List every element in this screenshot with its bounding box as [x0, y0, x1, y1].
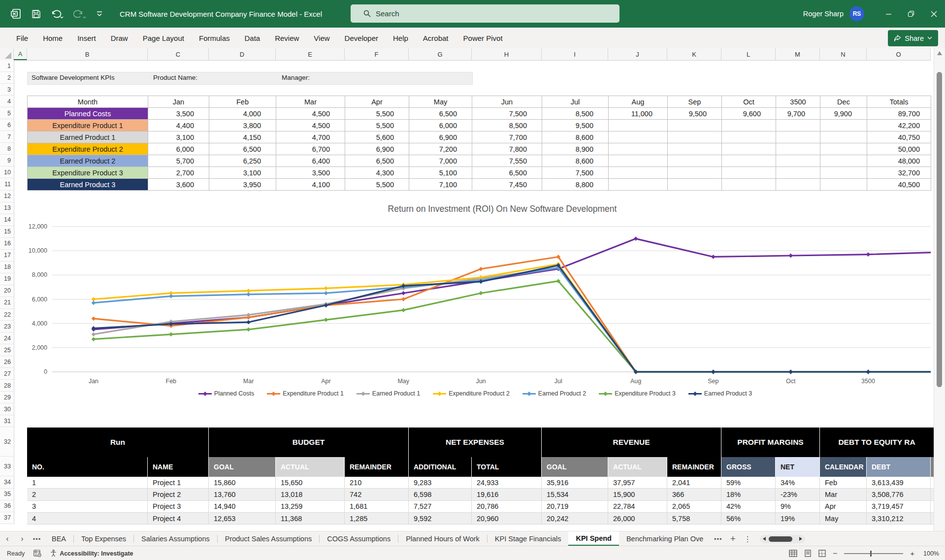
- legend-item[interactable]: Expenditure Product 2: [433, 390, 510, 397]
- kpi-value-cell[interactable]: 6,000: [148, 143, 209, 155]
- group-header-budget[interactable]: BUDGET: [209, 428, 409, 457]
- column-header-A[interactable]: A: [14, 48, 27, 60]
- row-header-23[interactable]: 23: [0, 321, 14, 332]
- column-header-O[interactable]: O: [867, 48, 931, 60]
- column-header-remainder[interactable]: REMAINDER: [667, 457, 721, 477]
- ribbon-tab-help[interactable]: Help: [387, 28, 415, 48]
- row-header-5[interactable]: 5: [0, 107, 14, 119]
- column-header-D[interactable]: D: [209, 48, 276, 60]
- ribbon-tab-acrobat[interactable]: Acrobat: [417, 28, 455, 48]
- project-cell[interactable]: 19%: [776, 513, 820, 525]
- row-header-9[interactable]: 9: [0, 155, 14, 166]
- project-cell[interactable]: 3,508,776: [867, 489, 931, 500]
- kpi-value-cell[interactable]: 7,000: [409, 155, 472, 167]
- project-cell[interactable]: 3,719,457: [867, 501, 931, 513]
- row-header-6[interactable]: 6: [0, 119, 14, 131]
- kpi-value-cell[interactable]: 6,400: [276, 155, 345, 167]
- column-header-G[interactable]: G: [409, 48, 472, 60]
- project-cell[interactable]: 7,527: [409, 501, 472, 513]
- row-header-3[interactable]: 3: [0, 84, 14, 96]
- row-header-22[interactable]: 22: [0, 309, 14, 321]
- horizontal-scrollbar[interactable]: [760, 535, 805, 543]
- kpi-value-cell[interactable]: [722, 120, 776, 132]
- ribbon-tab-data[interactable]: Data: [238, 28, 266, 48]
- row-header-21[interactable]: 21: [0, 297, 14, 309]
- row-header-24[interactable]: 24: [0, 332, 14, 344]
- search-box[interactable]: Search: [351, 4, 619, 23]
- row-header-10[interactable]: 10: [0, 166, 14, 178]
- legend-item[interactable]: Planned Costs: [198, 390, 254, 397]
- group-header-profit-margins[interactable]: PROFIT MARGINS: [721, 428, 820, 457]
- roi-line-chart[interactable]: 02,0004,0006,0008,00010,00012,000Return …: [20, 167, 931, 389]
- row-header-33[interactable]: 33: [0, 457, 14, 476]
- project-cell[interactable]: 1: [27, 477, 148, 489]
- row-header-11[interactable]: 11: [0, 178, 14, 190]
- kpi-value-cell[interactable]: 5,500: [345, 108, 409, 120]
- row-header-2[interactable]: 2: [0, 72, 14, 84]
- sheet-tab-product-sales-assumptions[interactable]: Product Sales Assumptions: [218, 531, 320, 546]
- row-header-20[interactable]: 20: [0, 285, 14, 297]
- kpi-value-cell[interactable]: [722, 155, 776, 167]
- kpi-value-cell[interactable]: 7,800: [472, 143, 542, 155]
- zoom-level[interactable]: 100%: [921, 550, 939, 557]
- kpi-header-band[interactable]: Software Development KPIs Product Name: …: [27, 72, 473, 85]
- project-cell[interactable]: 366: [667, 489, 721, 500]
- sheet-tab-kpi-spend[interactable]: KPI Spend: [568, 531, 619, 546]
- row-header-15[interactable]: 15: [0, 226, 14, 238]
- project-cell[interactable]: 26,000: [608, 513, 667, 525]
- kpi-header-cell[interactable]: 3500: [776, 96, 820, 108]
- legend-item[interactable]: Earned Product 2: [522, 390, 586, 397]
- kpi-value-cell[interactable]: 9,900: [820, 108, 867, 120]
- ribbon-tab-insert[interactable]: Insert: [71, 28, 102, 48]
- project-cell[interactable]: Apr: [820, 501, 867, 513]
- kpi-value-cell[interactable]: 6,700: [276, 143, 345, 155]
- row-header-37[interactable]: 37: [0, 512, 14, 524]
- kpi-value-cell[interactable]: 6,250: [209, 155, 276, 167]
- group-header-net-expenses[interactable]: NET EXPENSES: [409, 428, 542, 457]
- project-cell[interactable]: 20,960: [472, 513, 542, 525]
- kpi-value-cell[interactable]: 9,500: [668, 108, 722, 120]
- sheet-tab-planned-hours-of-work[interactable]: Planned Hours of Work: [398, 531, 487, 546]
- kpi-value-cell[interactable]: [668, 132, 722, 143]
- kpi-value-cell[interactable]: 5,700: [148, 155, 209, 167]
- sheet-tab-cogs-assumptions[interactable]: COGS Assumptions: [320, 531, 398, 546]
- page-break-view-icon[interactable]: [818, 550, 826, 557]
- kpi-header-cell[interactable]: Feb: [209, 96, 276, 108]
- kpi-value-cell[interactable]: [820, 143, 867, 155]
- project-cell[interactable]: Feb: [820, 477, 867, 489]
- kpi-value-cell[interactable]: [609, 120, 668, 132]
- kpi-value-cell[interactable]: 11,000: [609, 108, 668, 120]
- row-header-34[interactable]: 34: [0, 476, 14, 488]
- save-icon[interactable]: [32, 9, 41, 19]
- accessibility-status[interactable]: Accessibility: Investigate: [50, 550, 133, 557]
- account-name[interactable]: Roger Sharp: [803, 10, 844, 18]
- kpi-value-cell[interactable]: 9,500: [542, 120, 609, 132]
- project-cell[interactable]: 13,259: [276, 501, 345, 513]
- project-cell[interactable]: Project 1: [148, 477, 209, 489]
- legend-item[interactable]: Expenditure Product 1: [267, 390, 344, 397]
- kpi-value-cell[interactable]: 7,550: [472, 155, 542, 167]
- legend-item[interactable]: Earned Product 1: [357, 390, 420, 397]
- more-sheets-icon[interactable]: •••: [711, 531, 725, 546]
- project-cell[interactable]: 3: [27, 501, 148, 513]
- kpi-row-label[interactable]: Earned Product 1: [28, 132, 148, 143]
- kpi-value-cell[interactable]: 4,150: [209, 132, 276, 143]
- row-header-13[interactable]: 13: [0, 202, 14, 214]
- column-header-C[interactable]: C: [148, 48, 209, 60]
- kpi-value-cell[interactable]: 8,500: [472, 120, 542, 132]
- project-cell[interactable]: 20,786: [472, 501, 542, 513]
- scroll-up-icon[interactable]: [937, 51, 942, 55]
- column-header-K[interactable]: K: [667, 48, 721, 60]
- kpi-value-cell[interactable]: [820, 155, 867, 167]
- project-cell[interactable]: 742: [345, 489, 409, 500]
- sheet-tab-salaries-assumptions[interactable]: Salaries Assumptions: [134, 531, 217, 546]
- kpi-total-cell[interactable]: 40,750: [867, 132, 931, 143]
- column-header-N[interactable]: N: [820, 48, 867, 60]
- kpi-row-label[interactable]: Expenditure Product 1: [28, 120, 148, 132]
- kpi-header-cell[interactable]: Jan: [148, 96, 209, 108]
- column-header-I[interactable]: I: [542, 48, 608, 60]
- kpi-value-cell[interactable]: [668, 143, 722, 155]
- kpi-value-cell[interactable]: [776, 120, 820, 132]
- kpi-value-cell[interactable]: [668, 155, 722, 167]
- hscroll-left-icon[interactable]: [763, 537, 766, 541]
